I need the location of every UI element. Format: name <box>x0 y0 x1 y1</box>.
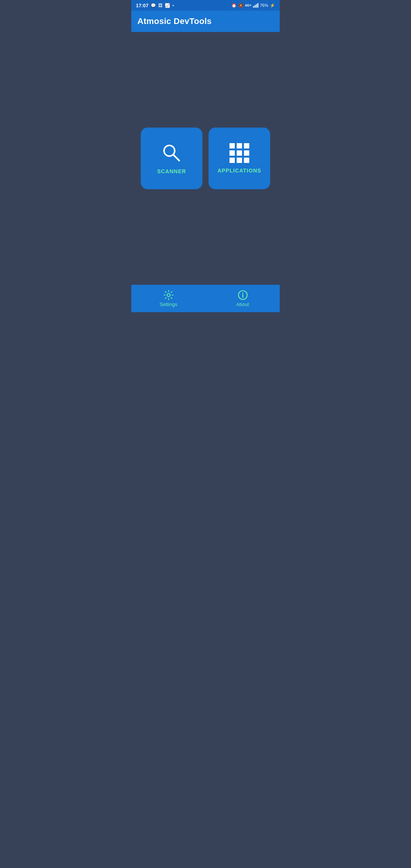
search-icon <box>161 142 182 164</box>
app-title: Atmosic DevTools <box>137 16 212 26</box>
svg-line-6 <box>173 155 179 161</box>
svg-rect-3 <box>256 4 257 8</box>
status-time: 17:07 <box>136 3 148 8</box>
svg-rect-1 <box>254 5 255 8</box>
battery-charging-icon: ⚡ <box>270 3 275 8</box>
svg-point-10 <box>242 292 243 294</box>
bottom-nav: Settings About <box>131 285 280 312</box>
nav-item-settings[interactable]: Settings <box>131 287 206 310</box>
grid-icon <box>229 143 249 163</box>
notification-icon: 💬 <box>151 3 156 8</box>
main-content: SCANNER APPLICATIONS <box>131 32 280 285</box>
scanner-label: SCANNER <box>157 168 186 174</box>
settings-label: Settings <box>159 302 177 307</box>
app-bar: Atmosic DevTools <box>131 11 280 32</box>
svg-rect-4 <box>258 3 258 8</box>
cards-row: SCANNER APPLICATIONS <box>141 128 270 189</box>
mute-icon: 🔕 <box>238 3 244 8</box>
status-bar-left: 17:07 💬 🖼 📈 • <box>136 3 174 8</box>
svg-point-7 <box>167 294 170 297</box>
dot-icon: • <box>172 3 174 8</box>
status-bar-right: ⏰ 🔕 4G+ 76% ⚡ <box>231 3 275 8</box>
status-bar: 17:07 💬 🖼 📈 • ⏰ 🔕 4G+ 76% ⚡ <box>131 0 280 11</box>
svg-rect-2 <box>255 5 256 8</box>
trending-icon: 📈 <box>165 3 170 8</box>
image-icon: 🖼 <box>158 3 162 8</box>
svg-rect-0 <box>253 6 254 8</box>
gear-icon <box>164 290 174 300</box>
nav-item-about[interactable]: About <box>206 287 280 310</box>
scanner-card[interactable]: SCANNER <box>141 128 202 189</box>
applications-label: APPLICATIONS <box>217 168 261 174</box>
info-icon <box>238 290 248 300</box>
battery-level: 76% <box>260 3 268 8</box>
network-4g-icon: 4G+ <box>245 3 252 7</box>
applications-card[interactable]: APPLICATIONS <box>209 128 270 189</box>
about-label: About <box>236 302 249 307</box>
signal-icon <box>253 3 258 8</box>
alarm-icon: ⏰ <box>231 3 237 8</box>
